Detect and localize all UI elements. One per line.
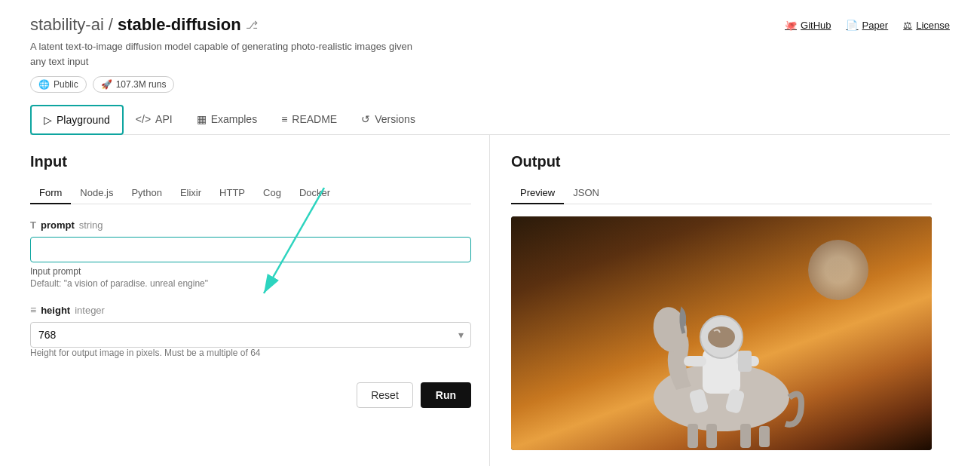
page-header: stability-ai / stable-diffusion ⎇ A late… <box>30 15 950 93</box>
license-link-label: License <box>916 20 950 31</box>
nav-tabs: ▷ Playground </> API ▦ Examples ≡ README… <box>30 105 950 135</box>
svg-point-10 <box>708 327 735 348</box>
height-label-name: height <box>41 305 70 316</box>
repo-title: stability-ai / stable-diffusion ⎇ <box>30 15 422 35</box>
action-buttons: Reset Run <box>30 373 471 417</box>
repo-name: stable-diffusion <box>118 15 241 35</box>
height-label-type: integer <box>75 305 105 316</box>
fork-icon[interactable]: ⎇ <box>246 19 258 31</box>
svg-rect-4 <box>688 424 698 448</box>
license-link[interactable]: ⚖ License <box>903 20 950 31</box>
subtab-python[interactable]: Python <box>122 182 170 204</box>
height-label: ≡ height integer <box>30 304 471 316</box>
prompt-default: Default: "a vision of paradise. unreal e… <box>30 278 471 289</box>
prompt-label: T prompt string <box>30 219 471 231</box>
output-subtab-json[interactable]: JSON <box>564 182 608 204</box>
tab-playground[interactable]: ▷ Playground <box>30 105 124 135</box>
tab-readme-label: README <box>292 113 337 125</box>
height-field: ≡ height integer 512 640 704 768 832 896… <box>30 304 471 358</box>
subtab-http[interactable]: HTTP <box>210 182 254 204</box>
github-link-label: GitHub <box>801 20 831 31</box>
svg-rect-6 <box>740 424 751 448</box>
tab-playground-label: Playground <box>57 114 110 126</box>
repo-owner: stability-ai <box>30 15 104 35</box>
examples-icon: ▦ <box>197 113 207 125</box>
repo-info: stability-ai / stable-diffusion ⎇ A late… <box>30 15 422 93</box>
playground-icon: ▷ <box>44 114 52 126</box>
svg-rect-7 <box>759 426 770 447</box>
globe-icon: 🌐 <box>38 79 50 90</box>
prompt-label-type: string <box>79 219 103 231</box>
output-image <box>511 216 932 450</box>
paper-icon: 📄 <box>846 20 858 31</box>
tab-examples[interactable]: ▦ Examples <box>185 105 269 135</box>
rocket-icon: 🚀 <box>101 79 112 90</box>
svg-rect-13 <box>738 351 752 372</box>
astronaut-horse-illustration <box>525 239 917 450</box>
main-content: Input Form Node.js Python Elixir HTTP <box>30 135 950 466</box>
svg-rect-5 <box>706 424 717 448</box>
badge-group: 🌐 Public 🚀 107.3M runs <box>30 76 422 93</box>
run-button[interactable]: Run <box>421 382 471 408</box>
output-sub-tabs: Preview JSON <box>511 182 932 204</box>
repo-separator: / <box>109 15 113 35</box>
tab-readme[interactable]: ≡ README <box>269 105 349 135</box>
height-hint: Height for output image in pixels. Must … <box>30 348 471 358</box>
input-sub-tabs: Form Node.js Python Elixir HTTP Cog <box>30 182 471 204</box>
readme-icon: ≡ <box>281 113 287 125</box>
runs-badge: 🚀 107.3M runs <box>93 76 175 93</box>
versions-icon: ↺ <box>361 113 370 125</box>
header-links: 🐙 GitHub 📄 Paper ⚖ License <box>785 20 950 31</box>
reset-button[interactable]: Reset <box>357 382 413 408</box>
api-icon: </> <box>136 113 151 125</box>
output-section: Output Preview JSON <box>490 135 950 466</box>
output-image-wrapper <box>511 216 932 450</box>
height-select-wrapper: 512 640 704 768 832 896 960 1024 ▾ <box>30 322 471 348</box>
public-badge: 🌐 Public <box>30 76 87 93</box>
github-link[interactable]: 🐙 GitHub <box>785 20 831 31</box>
output-section-title: Output <box>511 153 932 170</box>
subtab-docker[interactable]: Docker <box>290 182 339 204</box>
type-icon: T <box>30 219 36 231</box>
public-badge-label: Public <box>54 79 78 90</box>
height-select[interactable]: 512 640 704 768 832 896 960 1024 <box>30 322 471 348</box>
height-type-icon: ≡ <box>30 304 36 316</box>
prompt-hint: Input prompt <box>30 266 471 277</box>
input-section-title: Input <box>30 153 471 170</box>
prompt-field: T prompt string Input prompt Default: "a… <box>30 219 471 289</box>
tab-versions[interactable]: ↺ Versions <box>349 105 427 135</box>
github-icon: 🐙 <box>785 20 797 31</box>
tab-api[interactable]: </> API <box>124 105 185 135</box>
prompt-input[interactable] <box>30 237 471 262</box>
subtab-cog[interactable]: Cog <box>254 182 290 204</box>
tab-api-label: API <box>155 113 173 125</box>
prompt-label-name: prompt <box>41 219 75 231</box>
repo-description: A latent text-to-image diffusion model c… <box>30 39 422 69</box>
runs-badge-label: 107.3M runs <box>116 79 167 90</box>
license-icon: ⚖ <box>903 20 912 31</box>
subtab-elixir[interactable]: Elixir <box>171 182 210 204</box>
input-section: Input Form Node.js Python Elixir HTTP <box>30 135 490 466</box>
svg-rect-11 <box>684 356 706 366</box>
tab-versions-label: Versions <box>375 113 415 125</box>
paper-link-label: Paper <box>862 20 888 31</box>
subtab-nodejs[interactable]: Node.js <box>71 182 122 204</box>
subtab-form[interactable]: Form <box>30 182 71 204</box>
output-subtab-preview[interactable]: Preview <box>511 182 564 204</box>
paper-link[interactable]: 📄 Paper <box>846 20 888 31</box>
tab-examples-label: Examples <box>211 113 257 125</box>
